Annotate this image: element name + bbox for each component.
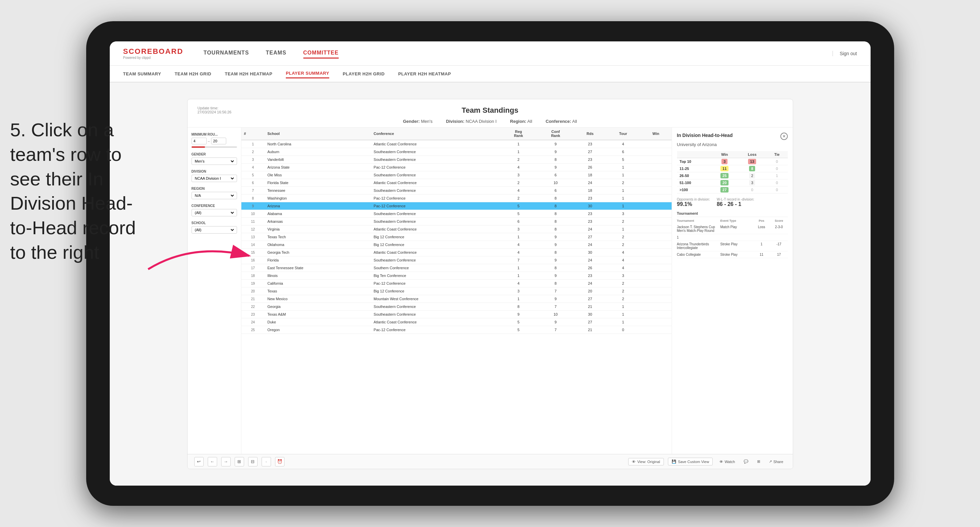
cell-win (640, 256, 671, 264)
gender-filter-input[interactable]: Men's Women's (192, 157, 237, 165)
cell-reg-rank: 1 (500, 233, 537, 241)
view-original-button[interactable]: 👁 View: Original (628, 458, 664, 465)
h2h-col-tie: Tie (766, 151, 788, 158)
cell-reg-rank: 3 (500, 225, 537, 233)
cell-conf-rank: 8 (537, 225, 574, 233)
cell-tour: 2 (606, 279, 640, 287)
cell-school: Auburn (265, 148, 371, 156)
table-row[interactable]: 14 Oklahoma Big 12 Conference 4 9 24 2 (241, 241, 671, 249)
gender-select[interactable]: Men's Women's (194, 159, 235, 163)
conference-filter-input[interactable]: (All) (192, 209, 237, 216)
table-row[interactable]: 16 Florida Southeastern Conference 7 9 2… (241, 256, 671, 264)
sub-nav-player-summary[interactable]: PLAYER SUMMARY (286, 69, 329, 78)
cell-school: Tennessee (265, 187, 371, 195)
cell-rds: 21 (574, 326, 606, 334)
cell-rds: 18 (574, 187, 606, 195)
table-row[interactable]: 12 Virginia Atlantic Coast Conference 3 … (241, 225, 671, 233)
table-row[interactable]: 19 California Pac-12 Conference 4 8 24 2 (241, 279, 671, 287)
paste-button[interactable]: ⊟ (248, 457, 258, 467)
share-button[interactable]: ↗ Share (766, 458, 786, 465)
cell-win (640, 233, 671, 241)
sub-nav-team-summary[interactable]: TEAM SUMMARY (123, 70, 161, 78)
sub-nav-team-h2h-heatmap[interactable]: TEAM H2H HEATMAP (225, 70, 272, 78)
cell-rank: 22 (241, 303, 265, 311)
cell-rank: 21 (241, 295, 265, 303)
cell-conference: Pac-12 Conference (371, 202, 500, 210)
cell-rank: 19 (241, 279, 265, 287)
h2h-col-win: Win (711, 151, 738, 158)
h2h-close-button[interactable]: ✕ (780, 133, 788, 140)
max-rounds-input[interactable] (211, 138, 226, 144)
conference-select[interactable]: (All) (194, 210, 235, 215)
save-custom-button[interactable]: 💾 Save Custom View (668, 458, 713, 465)
dot-button[interactable]: · (262, 457, 271, 467)
min-rounds-input[interactable] (192, 138, 207, 144)
rounds-slider[interactable] (192, 146, 237, 148)
undo-button[interactable]: ↩ (194, 457, 204, 467)
watch-button[interactable]: 👁 Watch (717, 458, 738, 465)
table-row[interactable]: 25 Oregon Pac-12 Conference 5 7 21 0 (241, 326, 671, 334)
h2h-range-table: Win Loss Tie Top 10 3 13 0 (677, 151, 788, 194)
sign-out-link[interactable]: Sign out (832, 51, 857, 56)
table-row[interactable]: 17 East Tennessee State Southern Confere… (241, 264, 671, 272)
forward-button[interactable]: → (221, 457, 231, 467)
sub-nav-player-h2h-grid[interactable]: PLAYER H2H GRID (343, 70, 385, 78)
back-button[interactable]: ← (208, 457, 217, 467)
table-row[interactable]: 4 Arizona State Pac-12 Conference 4 9 26… (241, 163, 671, 171)
cell-conference: Pac-12 Conference (371, 279, 500, 287)
table-row[interactable]: 5 Ole Miss Southeastern Conference 3 6 1… (241, 171, 671, 179)
table-row[interactable]: 11 Arkansas Southeastern Conference 6 8 … (241, 218, 671, 225)
table-row[interactable]: 6 Florida State Atlantic Coast Conferenc… (241, 179, 671, 187)
top-nav: SCOREBOARD Powered by clippd TOURNAMENTS… (110, 41, 870, 66)
conference-meta: Conference: All (546, 119, 577, 124)
nav-committee[interactable]: COMMITTEE (303, 48, 339, 59)
cell-rds: 26 (574, 163, 606, 171)
cell-conference: Big 12 Conference (371, 241, 500, 249)
table-row[interactable]: 13 Texas Tech Big 12 Conference 1 9 27 2 (241, 233, 671, 241)
cell-reg-rank: 1 (500, 140, 537, 148)
cell-school: Florida State (265, 179, 371, 187)
cell-conf-rank: 9 (537, 272, 574, 279)
cell-conf-rank: 8 (537, 195, 574, 202)
nav-tournaments[interactable]: TOURNAMENTS (203, 48, 249, 59)
clock-button[interactable]: ⏰ (275, 457, 285, 467)
cell-conf-rank: 9 (537, 241, 574, 249)
cell-tour: 2 (606, 233, 640, 241)
cell-rank: 15 (241, 249, 265, 256)
logo-powered: Powered by clippd (123, 56, 183, 60)
cell-tour: 4 (606, 256, 640, 264)
table-row[interactable]: 1 North Carolina Atlantic Coast Conferen… (241, 140, 671, 148)
cell-reg-rank: 2 (500, 156, 537, 163)
table-row[interactable]: 18 Illinois Big Ten Conference 1 9 23 3 (241, 272, 671, 279)
table-row[interactable]: 2 Auburn Southeastern Conference 1 9 27 … (241, 148, 671, 156)
nav-teams[interactable]: TEAMS (266, 48, 286, 59)
table-row[interactable]: 7 Tennessee Southeastern Conference 4 6 … (241, 187, 671, 195)
table-row[interactable]: 10 Alabama Southeastern Conference 5 8 2… (241, 210, 671, 218)
school-filter-input[interactable]: (All) (192, 226, 237, 233)
table-row[interactable]: 3 Vanderbilt Southeastern Conference 2 8… (241, 156, 671, 163)
cell-conference: Southeastern Conference (371, 210, 500, 218)
division-filter-input[interactable]: NCAA Division I (192, 175, 237, 182)
copy-button[interactable]: ⊞ (235, 457, 244, 467)
school-select[interactable]: (All) (194, 227, 235, 232)
table-row[interactable]: 20 Texas Big 12 Conference 3 7 20 2 (241, 287, 671, 295)
table-row[interactable]: 8 Washington Pac-12 Conference 2 8 23 1 (241, 195, 671, 202)
table-row[interactable]: 24 Duke Atlantic Coast Conference 5 9 27… (241, 318, 671, 326)
cell-tour: 0 (606, 326, 640, 334)
region-select[interactable]: N/A (194, 193, 235, 198)
table-row[interactable]: 22 Georgia Southeastern Conference 8 7 2… (241, 303, 671, 311)
cell-rds: 21 (574, 303, 606, 311)
table-row[interactable]: 21 New Mexico Mountain West Conference 1… (241, 295, 671, 303)
sub-nav-team-h2h-grid[interactable]: TEAM H2H GRID (175, 70, 212, 78)
cell-school: Georgia (265, 303, 371, 311)
table-row[interactable]: 15 Georgia Tech Atlantic Coast Conferenc… (241, 249, 671, 256)
region-filter-input[interactable]: N/A (192, 192, 237, 199)
table-row[interactable]: 23 Texas A&M Southeastern Conference 9 1… (241, 311, 671, 318)
table-row[interactable]: 9 Arizona Pac-12 Conference 5 8 30 1 (241, 202, 671, 210)
grid-button[interactable]: ⊞ (754, 458, 763, 465)
sub-nav-player-h2h-heatmap[interactable]: PLAYER H2H HEATMAP (398, 70, 451, 78)
division-select[interactable]: NCAA Division I (194, 176, 235, 181)
card-header: Update time: 27/03/2024 16:56:26 Team St… (188, 99, 793, 127)
comment-button[interactable]: 💬 (741, 458, 751, 465)
filter-gender: Gender Men's Women's (192, 152, 237, 165)
